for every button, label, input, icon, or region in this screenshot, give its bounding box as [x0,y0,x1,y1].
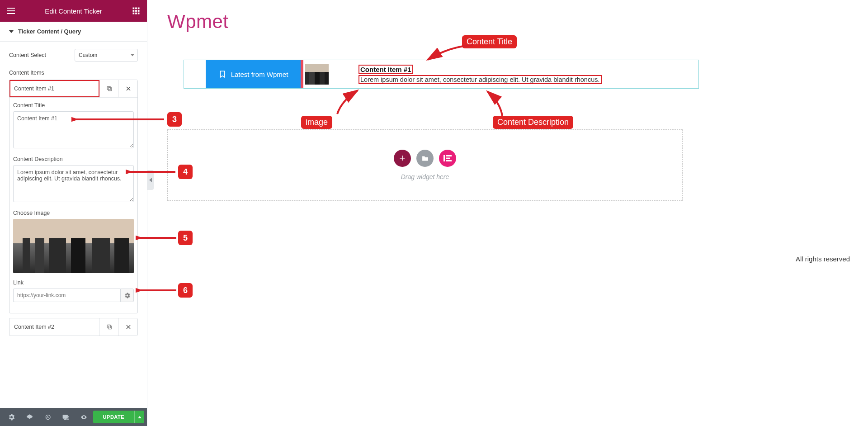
svg-rect-3 [133,10,135,12]
add-section-button[interactable]: + [394,150,411,167]
arrow-icon [482,89,509,118]
panel-header: Edit Content Ticker [0,0,147,22]
svg-rect-14 [107,325,110,328]
editor-panel: Edit Content Ticker Ticker Content / Que… [0,0,147,426]
repeater-item-title[interactable]: Content Item #2 [9,318,99,336]
drop-zone[interactable]: + Drag widget here [167,129,683,201]
bookmark-icon [218,70,226,78]
widgets-grid-icon[interactable] [128,0,144,22]
arrow-icon [333,87,364,118]
navigator-icon[interactable] [21,408,39,426]
content-description-label: Content Description [13,156,134,162]
drop-hint-text: Drag widget here [401,173,449,180]
preview-canvas: Wpmet Latest from Wpmet Content Item #1 … [147,11,868,426]
repeater-item-title[interactable]: Content Item #1 [9,80,99,97]
duplicate-button[interactable] [99,80,118,97]
link-options-button[interactable] [120,289,134,302]
annotation-step-6: 6 [178,283,193,298]
svg-rect-4 [135,10,137,12]
ticker-label-text: Latest from Wpmet [231,71,288,78]
ticker-item-description: Lorem ipsum dolor sit amet, consectetur … [359,75,602,84]
remove-button[interactable] [118,80,137,97]
content-select[interactable]: Custom [75,49,138,62]
annotation-step-3: 3 [167,112,182,127]
panel-body[interactable]: Ticker Content / Query Content Select Cu… [0,22,147,408]
history-icon[interactable] [39,408,57,426]
arrow-icon [126,167,178,176]
annotation-image: image [301,116,332,129]
duplicate-button[interactable] [99,318,118,336]
svg-rect-21 [443,155,445,161]
svg-rect-6 [133,13,135,14]
svg-rect-8 [138,13,140,14]
annotation-step-5: 5 [178,231,193,245]
remove-button[interactable] [118,318,137,336]
repeater-item: Content Item #2 [9,318,138,336]
chevron-down-icon [9,30,14,33]
section-toggle[interactable]: Ticker Content / Query [0,22,147,42]
content-select-label: Content Select [9,52,46,58]
svg-rect-10 [107,86,110,90]
ticker-thumbnail [305,64,329,85]
arrow-icon [136,233,179,242]
link-input[interactable] [13,289,120,302]
link-label: Link [13,279,134,286]
svg-rect-24 [446,160,452,161]
svg-rect-7 [135,13,137,14]
site-title: Wpmet [167,11,868,33]
footer-text: All rights reserved [796,255,850,263]
settings-icon[interactable] [3,408,21,426]
ticker-label: Latest from Wpmet [206,60,301,88]
content-description-input[interactable] [13,165,134,202]
ticker-body: Content Item #1 Lorem ipsum dolor sit am… [301,60,698,88]
section-title-text: Ticker Content / Query [18,28,81,35]
ticker-item-title: Content Item #1 [359,65,413,74]
update-button[interactable]: UPDATE [93,411,134,423]
arrow-icon [71,115,166,124]
responsive-icon[interactable] [57,408,75,426]
arrow-icon [423,42,477,64]
svg-rect-1 [135,8,137,9]
content-items-label: Content Items [9,70,138,76]
panel-footer: UPDATE [0,408,147,426]
panel-title: Edit Content Ticker [19,7,128,15]
svg-rect-9 [108,88,111,91]
content-title-label: Content Title [13,102,134,109]
svg-rect-5 [138,10,140,12]
menu-icon[interactable] [3,0,19,22]
section-controls: Content Select Custom Content Items Cont… [0,42,147,348]
preview-icon[interactable] [75,408,93,426]
elementskit-button[interactable] [439,150,456,167]
choose-image-label: Choose Image [13,210,134,216]
image-picker[interactable] [13,219,134,273]
update-options-button[interactable] [134,411,144,423]
svg-rect-2 [138,8,140,9]
svg-rect-13 [108,326,111,329]
annotation-step-4: 4 [178,165,193,179]
arrow-icon [136,286,179,295]
svg-rect-0 [133,8,135,9]
add-template-button[interactable] [416,150,434,167]
svg-rect-22 [446,155,452,156]
svg-rect-23 [446,158,450,159]
